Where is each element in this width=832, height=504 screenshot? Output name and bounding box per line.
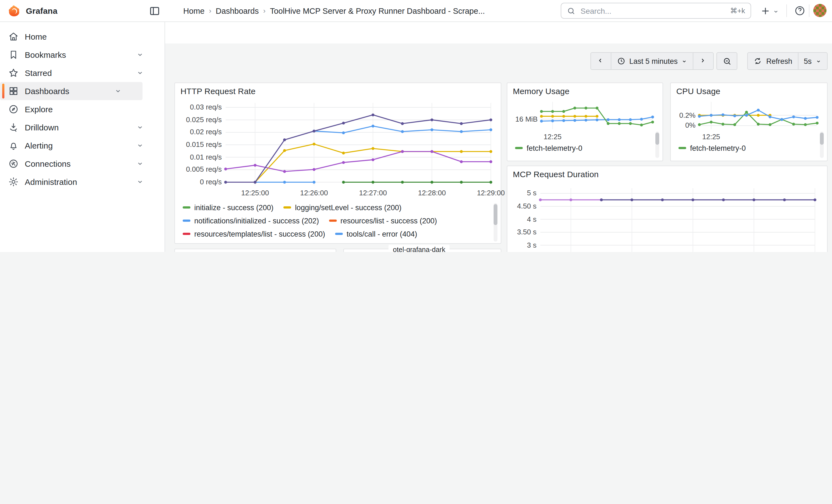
panel-mcp-request-duration: MCP Request Duration 5 s4.50 s4 s3.50 s3… (507, 166, 828, 252)
bookmark-icon (8, 50, 19, 60)
chevron-down-icon[interactable] (136, 160, 144, 167)
cpu-legend: fetch-telemetry-0 (678, 141, 820, 158)
chevron-down-icon[interactable] (136, 124, 144, 131)
sidebar-item-connections[interactable]: Connections (0, 155, 164, 173)
sidebar-item-administration[interactable]: Administration (0, 173, 164, 191)
sidebar-item-label: Explore (25, 105, 53, 114)
legend-item[interactable]: fetch-telemetry-0 (678, 144, 746, 152)
breadcrumb-home[interactable]: Home (183, 6, 204, 15)
sidebar-item-starred[interactable]: Starred (0, 64, 164, 82)
panel-memory-usage: Memory Usage 16 MiB12:25 fetch-telemetry… (507, 82, 663, 161)
legend-item[interactable]: fetch-telemetry-0 (515, 144, 582, 152)
y-tick-label: 4.50 s (517, 202, 537, 210)
sidebar-item-alerting[interactable]: Alerting (0, 136, 164, 155)
y-tick-label: 0.2% (679, 111, 696, 119)
header-divider (809, 4, 809, 17)
chevron-down-icon[interactable] (114, 87, 122, 95)
legend-chip (183, 233, 190, 235)
legend-item[interactable]: tools/call - error (404) (335, 230, 417, 238)
y-tick-label: 0.005 req/s (186, 165, 222, 174)
legend-chip (183, 219, 190, 222)
panel-title[interactable]: CPU Usage (676, 86, 720, 96)
grafana-logo-icon (8, 4, 20, 17)
plug-icon (8, 158, 19, 169)
legend-item[interactable]: resources/list - success (200) (329, 216, 437, 225)
time-shift-back-button[interactable] (590, 52, 611, 70)
sidebar-item-label: Drilldown (25, 123, 59, 132)
search-icon (567, 6, 576, 15)
breadcrumb-dashboards[interactable]: Dashboards (216, 6, 259, 15)
y-tick-label: 0.015 req/s (186, 140, 222, 149)
legend-chip (335, 233, 343, 235)
memory-legend: fetch-telemetry-0 (515, 141, 655, 158)
x-tick-label: 12:25 (702, 133, 720, 141)
legend-chip (183, 206, 190, 209)
y-tick-label: 5 s (527, 189, 537, 197)
refresh-group: Refresh 5s (748, 52, 828, 70)
y-tick-label: 3.50 s (517, 228, 537, 236)
x-tick-label: 12:28:00 (418, 189, 446, 197)
refresh-button[interactable]: Refresh (748, 52, 799, 70)
mcp-request-duration-chart[interactable]: 5 s4.50 s4 s3.50 s3 s2.50 s12:25:0012:26… (512, 182, 824, 252)
breadcrumb-current: ToolHive MCP Server & Proxy Runner Dashb… (270, 6, 485, 15)
panel-title[interactable]: Memory Usage (513, 86, 570, 96)
chevron-down-icon[interactable] (136, 69, 144, 77)
y-tick-label: 0.01 req/s (190, 153, 222, 161)
legend-item[interactable]: resources/templates/list - success (200) (183, 230, 325, 238)
panel-title[interactable]: MCP Request Duration (513, 169, 599, 179)
brand-name: Grafana (26, 6, 57, 16)
gear-icon (8, 177, 19, 187)
chevron-down-icon[interactable] (136, 51, 144, 58)
header-divider (786, 4, 787, 17)
chevron-down-icon (815, 58, 822, 64)
bell-icon (8, 140, 19, 151)
sidebar-item-explore[interactable]: Explore (0, 100, 164, 118)
chevron-down-icon[interactable] (136, 142, 144, 149)
refresh-icon (754, 57, 762, 65)
legend-item[interactable]: initialize - success (200) (183, 203, 274, 212)
sidebar-item-drilldown[interactable]: Drilldown (0, 118, 164, 136)
http-request-rate-chart[interactable]: 0 req/s0.005 req/s0.01 req/s0.015 req/s0… (179, 99, 497, 198)
clock-icon (617, 57, 625, 65)
sidebar-collapse-icon[interactable] (149, 5, 161, 17)
time-range-label: Last 5 minutes (629, 57, 678, 65)
refresh-interval: 5s (804, 57, 812, 65)
sidebar-item-home[interactable]: Home (0, 27, 164, 46)
refresh-interval-picker[interactable]: 5s (798, 52, 828, 70)
cpu-usage-chart[interactable]: 0.2%0%12:25 (674, 99, 823, 140)
time-shift-forward-button[interactable] (694, 52, 714, 70)
time-range-picker[interactable]: Last 5 minutes (611, 52, 694, 70)
drilldown-icon (8, 122, 19, 133)
help-icon[interactable] (794, 5, 805, 16)
legend-scrollbar[interactable] (655, 132, 659, 158)
y-tick-label: 0% (685, 121, 696, 130)
panel-title[interactable]: HTTP Request Rate (181, 86, 256, 96)
sidebar-item-label: Starred (25, 68, 52, 78)
sidebar-item-dashboards[interactable]: Dashboards (0, 82, 142, 100)
top-header: Grafana Home › Dashboards › ToolHive MCP… (0, 0, 832, 22)
refresh-label: Refresh (766, 57, 792, 65)
legend-item[interactable]: logging/setLevel - success (200) (283, 203, 401, 212)
time-controls: Last 5 minutes Refresh 5s (590, 52, 828, 70)
legend-scrollbar[interactable] (820, 132, 824, 158)
legend-scrollbar[interactable] (494, 203, 497, 242)
search-box[interactable]: ⌘+k (561, 3, 751, 19)
zoom-out-button[interactable] (717, 52, 738, 70)
search-input[interactable] (579, 6, 726, 16)
sidebar-item-label: Bookmarks (25, 50, 66, 59)
chevron-down-icon[interactable] (136, 178, 144, 185)
legend-item[interactable]: notifications/initialized - success (202… (183, 216, 319, 225)
y-tick-label: 4 s (527, 215, 537, 223)
user-avatar[interactable] (813, 4, 827, 17)
sidebar-item-bookmarks[interactable]: Bookmarks (0, 46, 164, 64)
http-legend: initialize - success (200)logging/setLev… (183, 201, 493, 243)
memory-usage-chart[interactable]: 16 MiB12:25 (511, 99, 658, 140)
home-icon (8, 31, 19, 42)
y-tick-label: 16 MiB (515, 115, 538, 123)
add-chevron-down-icon[interactable] (773, 8, 779, 15)
add-button[interactable] (760, 5, 771, 17)
time-range-group: Last 5 minutes (590, 52, 714, 70)
panel-total-request-rate: Total Request Rate 0.0875 (175, 249, 336, 252)
y-tick-label: 3 s (527, 241, 537, 249)
breadcrumb: Home › Dashboards › ToolHive MCP Server … (183, 0, 485, 22)
